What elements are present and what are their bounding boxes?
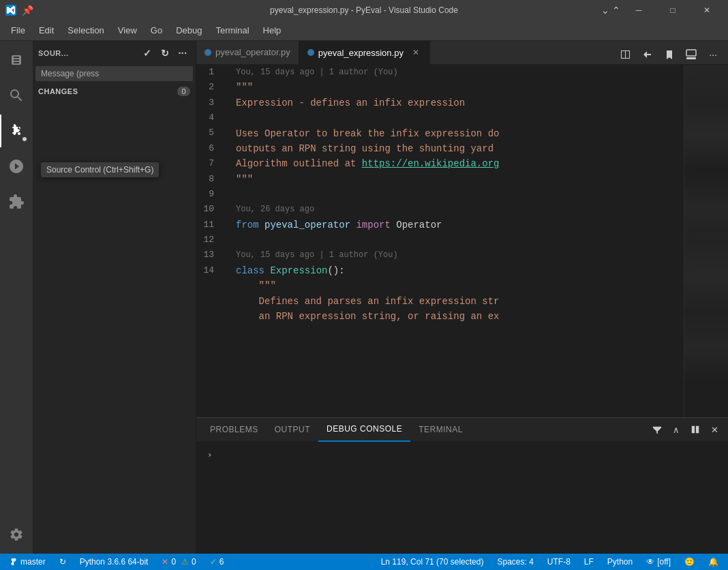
panel-tabs: PROBLEMS OUTPUT DEBUG CONSOLE TERMINAL ∧… bbox=[196, 418, 728, 442]
menu-go[interactable]: Go bbox=[145, 22, 168, 38]
changes-label: CHANGES bbox=[38, 87, 78, 95]
maximize-button[interactable]: □ bbox=[657, 0, 688, 20]
python-interpreter[interactable]: Python 3.6.6 64-bit bbox=[76, 557, 153, 567]
file-language[interactable]: Python bbox=[603, 557, 637, 567]
file-encoding[interactable]: UTF-8 bbox=[543, 557, 575, 567]
smiley-icon: 🙂 bbox=[684, 557, 695, 567]
bookmark-button[interactable] bbox=[660, 45, 679, 64]
code-line-8 bbox=[236, 187, 684, 202]
tab-label-operator: pyeval_operator.py bbox=[215, 47, 290, 57]
check-count: 6 bbox=[219, 557, 224, 567]
menu-selection[interactable]: Selection bbox=[62, 22, 109, 38]
branch-indicator[interactable]: master bbox=[5, 557, 50, 567]
menu-debug[interactable]: Debug bbox=[170, 22, 207, 38]
chevron-up-icon[interactable]: ⌃ bbox=[612, 5, 620, 16]
sidebar-item-extensions[interactable] bbox=[0, 185, 33, 218]
menu-file[interactable]: File bbox=[5, 22, 31, 38]
editor-content[interactable]: 1 2 3 4 5 6 7 8 9 10 11 12 13 14 bbox=[196, 65, 684, 417]
sidebar-item-explorer[interactable] bbox=[0, 44, 33, 76]
eye-button[interactable]: 👁 [off] bbox=[642, 557, 675, 567]
tab-problems[interactable]: PROBLEMS bbox=[202, 418, 267, 442]
refresh-button[interactable]: ↻ bbox=[157, 46, 172, 61]
line-num-4: 4 bbox=[196, 110, 222, 125]
menu-terminal[interactable]: Terminal bbox=[210, 22, 254, 38]
line-ending[interactable]: LF bbox=[580, 557, 598, 567]
more-actions-button[interactable]: ··· bbox=[175, 46, 190, 61]
sidebar-header: SOUR... ✓ ↻ ··· bbox=[33, 41, 196, 65]
notifications-button[interactable]: 🔔 bbox=[704, 557, 723, 567]
tooltip-text: Source Control (Ctrl+Shift+G) bbox=[46, 165, 153, 175]
warning-icon: ⚠ bbox=[181, 557, 189, 567]
chevron-down-icon[interactable]: ⌄ bbox=[601, 5, 609, 16]
svg-point-0 bbox=[22, 137, 27, 141]
more-editor-actions-button[interactable]: ··· bbox=[703, 45, 723, 64]
tab-debug-console[interactable]: DEBUG CONSOLE bbox=[318, 418, 410, 442]
changes-count-badge: 0 bbox=[177, 87, 190, 96]
close-button[interactable]: ✕ bbox=[691, 0, 723, 20]
code-line-2: Expression - defines an infix expression bbox=[236, 95, 684, 110]
menu-help[interactable]: Help bbox=[258, 22, 287, 38]
menu-edit[interactable]: Edit bbox=[33, 22, 59, 38]
error-count: 0 bbox=[171, 557, 176, 567]
py-file-icon bbox=[204, 49, 211, 56]
errors-indicator[interactable]: ✕ 0 ⚠ 0 bbox=[157, 557, 200, 567]
wikipedia-link[interactable]: https://en.wikipedia.org bbox=[362, 156, 500, 171]
sync-button[interactable]: ↻ bbox=[55, 557, 70, 567]
blame-line-11: You, 15 days ago | 1 author (You) bbox=[236, 248, 684, 263]
tab-label-expression: pyeval_expression.py bbox=[318, 48, 404, 58]
statusbar: master ↻ Python 3.6.6 64-bit ✕ 0 ⚠ 0 ✓ 6… bbox=[0, 554, 728, 570]
menu-view[interactable]: View bbox=[112, 22, 142, 38]
code-line-4: Uses Operator to break the infix express… bbox=[236, 126, 684, 141]
line-num-7: 7 bbox=[196, 156, 222, 171]
line-numbers: 1 2 3 4 5 6 7 8 9 10 11 12 13 14 bbox=[196, 65, 230, 417]
line-num-10: 10 bbox=[196, 202, 222, 217]
go-back-button[interactable] bbox=[638, 45, 657, 64]
code-line-5: outputs an RPN string using the shunting… bbox=[236, 141, 684, 156]
py-file-icon-active bbox=[307, 49, 314, 56]
window-controls: ⌄ ⌃ ─ □ ✕ bbox=[601, 0, 723, 20]
vscode-icon bbox=[5, 5, 16, 16]
debug-prompt: › bbox=[202, 447, 723, 462]
commit-check-button[interactable]: ✓ bbox=[140, 46, 155, 61]
split-editor-button[interactable] bbox=[616, 45, 635, 64]
line-num-5: 5 bbox=[196, 126, 222, 141]
layout-button[interactable] bbox=[682, 45, 701, 64]
pin-icon[interactable]: 📌 bbox=[22, 5, 33, 16]
tab-terminal[interactable]: TERMINAL bbox=[410, 418, 471, 442]
checks-indicator[interactable]: ✓ 6 bbox=[206, 557, 228, 567]
editor-body: 1 2 3 4 5 6 7 8 9 10 11 12 13 14 bbox=[196, 65, 728, 417]
code-line-7: """ bbox=[236, 172, 684, 187]
sidebar-item-search[interactable] bbox=[0, 79, 33, 112]
cursor-position[interactable]: Ln 119, Col 71 (70 selected) bbox=[377, 557, 488, 567]
titlebar: 📌 pyeval_expression.py - PyEval - Visual… bbox=[0, 0, 728, 20]
indentation[interactable]: Spaces: 4 bbox=[493, 557, 537, 567]
tab-bar-actions: ··· bbox=[616, 45, 728, 64]
editor-area: pyeval_operator.py pyeval_expression.py … bbox=[196, 41, 728, 554]
panel: PROBLEMS OUTPUT DEBUG CONSOLE TERMINAL ∧… bbox=[196, 417, 728, 554]
minimize-button[interactable]: ─ bbox=[623, 0, 654, 20]
commit-message-input[interactable]: Message (press bbox=[35, 66, 193, 81]
tab-pyeval-operator[interactable]: pyeval_operator.py bbox=[196, 41, 299, 64]
main-layout: SOUR... ✓ ↻ ··· Message (press CHANGES 0… bbox=[0, 41, 728, 554]
line-ending-label: LF bbox=[584, 557, 594, 567]
sidebar-item-source-control[interactable] bbox=[0, 115, 33, 147]
tab-output[interactable]: OUTPUT bbox=[267, 418, 318, 442]
code-line-10 bbox=[236, 232, 684, 247]
sidebar-item-debug[interactable] bbox=[0, 150, 33, 183]
tab-pyeval-expression[interactable]: pyeval_expression.py ✕ bbox=[299, 41, 430, 64]
sidebar-item-settings[interactable] bbox=[0, 521, 33, 554]
collapse-up-button[interactable]: ∧ bbox=[668, 421, 684, 438]
smiley-button[interactable]: 🙂 bbox=[680, 557, 699, 567]
warning-count: 0 bbox=[192, 557, 196, 567]
split-panel-button[interactable] bbox=[687, 421, 703, 438]
tab-close-button[interactable]: ✕ bbox=[410, 47, 421, 58]
line-num-3: 3 bbox=[196, 95, 222, 110]
code-content[interactable]: You, 15 days ago | 1 author (You) """ Ex… bbox=[230, 65, 684, 417]
close-panel-button[interactable]: ✕ bbox=[706, 421, 723, 438]
check-icon: ✓ bbox=[210, 557, 217, 567]
line-num-13: 13 bbox=[196, 248, 222, 263]
code-line-1: """ bbox=[236, 80, 684, 95]
filter-button[interactable] bbox=[649, 421, 665, 438]
sidebar-header-actions: ✓ ↻ ··· bbox=[140, 46, 190, 61]
line-num-9: 9 bbox=[196, 187, 222, 202]
